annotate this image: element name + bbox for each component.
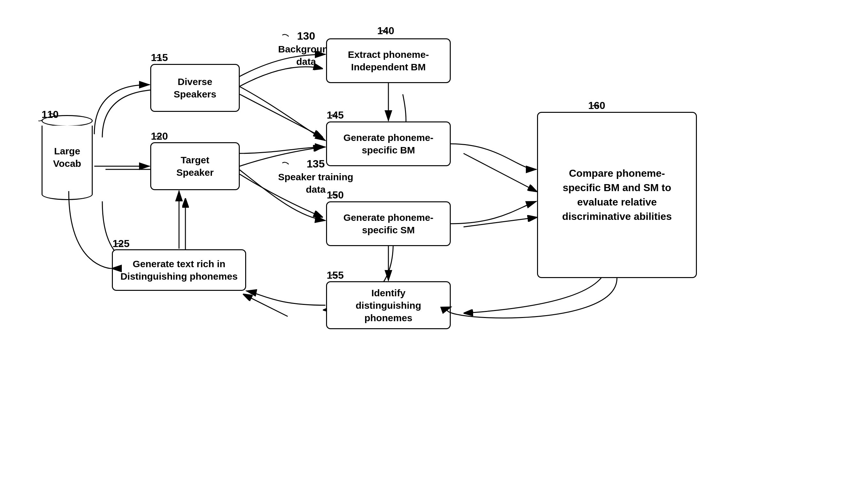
- node-150: Generate phoneme-specific SM: [326, 201, 451, 246]
- label-130-text: Backgrounddata: [278, 44, 334, 67]
- node-160: Compare phoneme-specific BM and SM toeva…: [537, 112, 697, 278]
- node-140-label: Extract phoneme-Independent BM: [348, 48, 429, 73]
- ref-130: 130: [297, 30, 315, 42]
- node-140: Extract phoneme-Independent BM: [326, 38, 451, 83]
- ref-145: 145: [327, 109, 344, 121]
- node-115: DiverseSpeakers: [150, 64, 240, 112]
- node-120: TargetSpeaker: [150, 142, 240, 190]
- ref-115: 115: [151, 52, 168, 64]
- cylinder-bottom: [41, 188, 93, 200]
- node-125: Generate text rich inDistinguishing phon…: [112, 249, 246, 291]
- node-150-label: Generate phoneme-specific SM: [343, 211, 433, 236]
- node-110: LargeVocab: [41, 115, 93, 200]
- node-145-label: Generate phoneme-specific BM: [343, 131, 433, 156]
- ref-135: 135: [307, 158, 325, 170]
- ref-120: 120: [151, 130, 168, 142]
- ref-140: 140: [377, 25, 394, 37]
- node-125-label: Generate text rich inDistinguishing phon…: [121, 257, 238, 283]
- node-155-label: Identifydistinguishingphonemes: [356, 287, 421, 324]
- ref-150: 150: [327, 189, 344, 201]
- node-120-label: TargetSpeaker: [177, 154, 214, 179]
- node-110-label: LargeVocab: [53, 145, 81, 170]
- node-115-label: DiverseSpeakers: [174, 75, 216, 100]
- ref-125: 125: [112, 238, 129, 250]
- ref-110: 110: [41, 109, 58, 121]
- label-130: 130 Backgrounddata: [278, 29, 334, 68]
- ref-160: 160: [588, 100, 605, 111]
- ref-155: 155: [327, 269, 344, 281]
- cylinder-body: LargeVocab: [41, 126, 93, 190]
- node-160-label: Compare phoneme-specific BM and SM toeva…: [562, 166, 672, 223]
- node-145: Generate phoneme-specific BM: [326, 122, 451, 166]
- node-155: Identifydistinguishingphonemes: [326, 281, 451, 329]
- diagram: LargeVocab 110 DiverseSpeakers 115 Targe…: [0, 0, 850, 504]
